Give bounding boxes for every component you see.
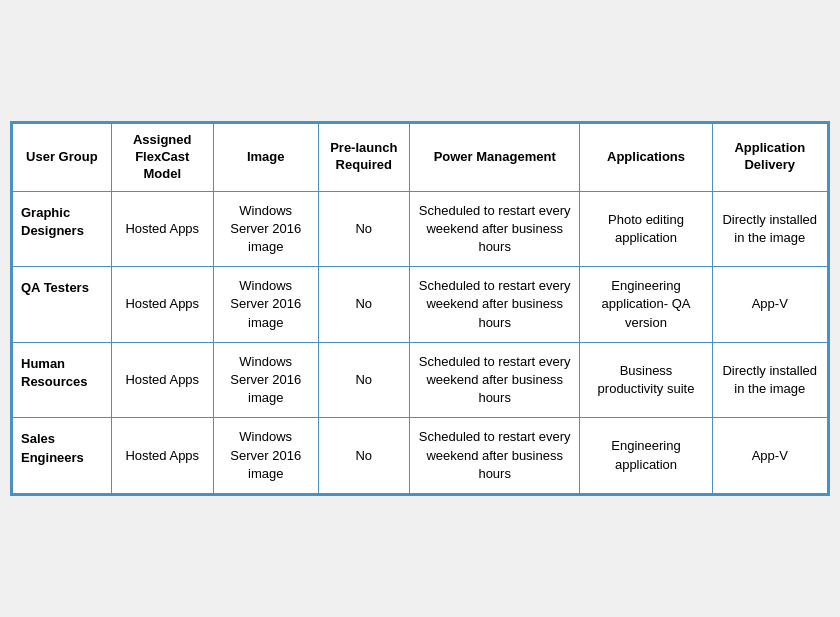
cell-row1-applications: Engineering application- QA version	[580, 267, 712, 343]
cell-row1-prelaunch: No	[318, 267, 409, 343]
cell-row0-user_group: Graphic Designers	[13, 191, 112, 267]
cell-row3-power_management: Scheduled to restart every weekend after…	[409, 418, 580, 494]
cell-row0-image: Windows Server 2016 image	[213, 191, 318, 267]
header-user-group: User Group	[13, 124, 112, 192]
cell-row3-app_delivery: App-V	[712, 418, 827, 494]
cell-row2-app_delivery: Directly installed in the image	[712, 342, 827, 418]
cell-row0-applications: Photo editing application	[580, 191, 712, 267]
cell-row0-flexcast_model: Hosted Apps	[111, 191, 213, 267]
cell-row1-app_delivery: App-V	[712, 267, 827, 343]
cell-row1-power_management: Scheduled to restart every weekend after…	[409, 267, 580, 343]
cell-row2-image: Windows Server 2016 image	[213, 342, 318, 418]
cell-row2-user_group: Human Resources	[13, 342, 112, 418]
cell-row2-applications: Business productivity suite	[580, 342, 712, 418]
cell-row3-user_group: Sales Engineers	[13, 418, 112, 494]
cell-row3-image: Windows Server 2016 image	[213, 418, 318, 494]
table-body: Graphic DesignersHosted AppsWindows Serv…	[13, 191, 828, 493]
cell-row3-flexcast_model: Hosted Apps	[111, 418, 213, 494]
table-row: Human ResourcesHosted AppsWindows Server…	[13, 342, 828, 418]
table-row: Graphic DesignersHosted AppsWindows Serv…	[13, 191, 828, 267]
cell-row1-user_group: QA Testers	[13, 267, 112, 343]
header-applications: Applications	[580, 124, 712, 192]
main-table-wrapper: User Group Assigned FlexCast Model Image…	[10, 121, 830, 496]
table-row: QA TestersHosted AppsWindows Server 2016…	[13, 267, 828, 343]
header-app-delivery: Application Delivery	[712, 124, 827, 192]
cell-row3-prelaunch: No	[318, 418, 409, 494]
cell-row2-prelaunch: No	[318, 342, 409, 418]
cell-row2-flexcast_model: Hosted Apps	[111, 342, 213, 418]
table-row: Sales EngineersHosted AppsWindows Server…	[13, 418, 828, 494]
cell-row0-prelaunch: No	[318, 191, 409, 267]
cell-row0-power_management: Scheduled to restart every weekend after…	[409, 191, 580, 267]
header-row: User Group Assigned FlexCast Model Image…	[13, 124, 828, 192]
cell-row3-applications: Engineering application	[580, 418, 712, 494]
cell-row1-flexcast_model: Hosted Apps	[111, 267, 213, 343]
header-flexcast-model: Assigned FlexCast Model	[111, 124, 213, 192]
header-prelaunch: Pre-launch Required	[318, 124, 409, 192]
cell-row2-power_management: Scheduled to restart every weekend after…	[409, 342, 580, 418]
cell-row0-app_delivery: Directly installed in the image	[712, 191, 827, 267]
header-power-mgmt: Power Management	[409, 124, 580, 192]
header-image: Image	[213, 124, 318, 192]
data-table: User Group Assigned FlexCast Model Image…	[12, 123, 828, 494]
cell-row1-image: Windows Server 2016 image	[213, 267, 318, 343]
